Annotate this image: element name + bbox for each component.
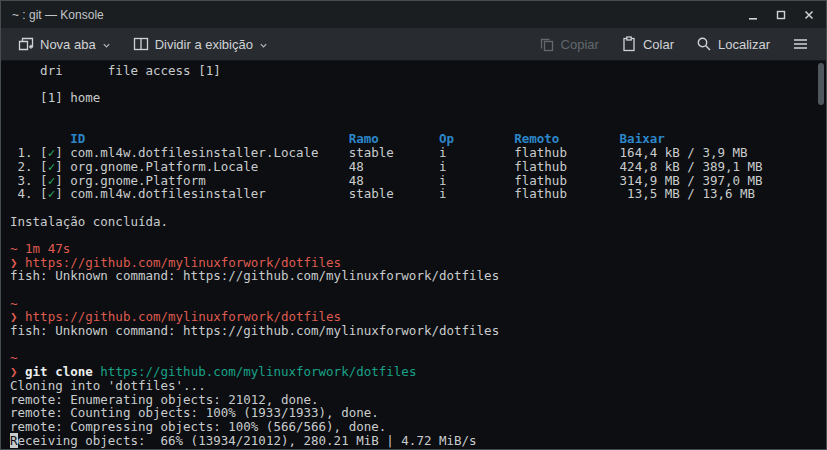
paste-label: Colar: [643, 37, 674, 52]
split-view-button[interactable]: Dividir a exibição: [126, 31, 275, 57]
maximize-button[interactable]: [772, 7, 790, 23]
paste-button[interactable]: Colar: [614, 31, 681, 57]
terminal-line: remote: Counting objects: 100% (1933/193…: [10, 406, 812, 420]
maximize-icon: [775, 9, 787, 21]
chevron-down-icon: [259, 41, 268, 50]
terminal-line: [10, 78, 812, 92]
terminal-output: dri file access [1] [1] home ID Ramo Op …: [1, 61, 826, 447]
minimize-button[interactable]: [744, 7, 762, 23]
new-tab-button[interactable]: Nova aba: [11, 31, 118, 57]
window-controls: [744, 7, 818, 23]
split-view-label: Dividir a exibição: [155, 37, 253, 52]
terminal-line: [10, 283, 812, 297]
close-icon: [803, 9, 815, 21]
terminal-line: Cloning into 'dotfiles'...: [10, 379, 812, 393]
toolbar: Nova aba Dividir a exibição Copiar Colar: [1, 28, 826, 61]
find-label: Localizar: [718, 37, 770, 52]
chevron-down-icon: [102, 41, 111, 50]
close-button[interactable]: [800, 7, 818, 23]
terminal-line: ~: [10, 297, 812, 311]
terminal-line: ID Ramo Op Remoto Baixar: [10, 132, 812, 146]
new-tab-icon: [18, 36, 34, 52]
copy-button[interactable]: Copiar: [532, 31, 606, 57]
terminal-line: ❯ git clone https://github.com/mylinuxfo…: [10, 365, 812, 379]
minimize-icon: [747, 9, 759, 21]
terminal-line: [10, 105, 812, 119]
terminal-line: ~: [10, 351, 812, 365]
terminal[interactable]: dri file access [1] [1] home ID Ramo Op …: [1, 61, 826, 449]
hamburger-menu-icon: [792, 36, 809, 52]
terminal-line: remote: Compressing objects: 100% (566/5…: [10, 420, 812, 434]
terminal-line: remote: Enumerating objects: 21012, done…: [10, 393, 812, 407]
terminal-cursor: R: [10, 433, 18, 448]
copy-label: Copiar: [561, 37, 599, 52]
terminal-line: 1. [✓] com.ml4w.dotfilesinstaller.Locale…: [10, 146, 812, 160]
terminal-scrollbar[interactable]: [816, 61, 826, 449]
split-view-icon: [133, 36, 149, 52]
menu-button[interactable]: [785, 31, 816, 57]
konsole-window: ~ : git — Konsole Nova aba: [0, 0, 827, 450]
terminal-line: [1] home: [10, 91, 812, 105]
titlebar[interactable]: ~ : git — Konsole: [1, 1, 826, 28]
terminal-line: Receiving objects: 66% (13934/21012), 28…: [10, 434, 812, 448]
terminal-line: 4. [✓] com.ml4w.dotfilesinstaller stable…: [10, 187, 812, 201]
window-title: ~ : git — Konsole: [12, 8, 744, 22]
terminal-line: dri file access [1]: [10, 64, 812, 78]
new-tab-label: Nova aba: [40, 37, 96, 52]
terminal-line: 3. [✓] org.gnome.Platform 48 i flathub 3…: [10, 174, 812, 188]
scrollbar-thumb[interactable]: [818, 63, 824, 105]
terminal-line: 2. [✓] org.gnome.Platform.Locale 48 i fl…: [10, 160, 812, 174]
terminal-line: [10, 338, 812, 352]
find-button[interactable]: Localizar: [689, 31, 777, 57]
terminal-line: [10, 201, 812, 215]
terminal-line: ~ 1m 47s: [10, 242, 812, 256]
search-icon: [696, 36, 712, 52]
terminal-line: [10, 119, 812, 133]
terminal-line: fish: Unknown command: https://github.co…: [10, 269, 812, 283]
terminal-line: ❯ https://github.com/mylinuxforwork/dotf…: [10, 310, 812, 324]
terminal-line: fish: Unknown command: https://github.co…: [10, 324, 812, 338]
terminal-line: Instalação concluída.: [10, 215, 812, 229]
paste-icon: [621, 36, 637, 52]
terminal-line: [10, 228, 812, 242]
copy-icon: [539, 36, 555, 52]
terminal-line: ❯ https://github.com/mylinuxforwork/dotf…: [10, 256, 812, 270]
